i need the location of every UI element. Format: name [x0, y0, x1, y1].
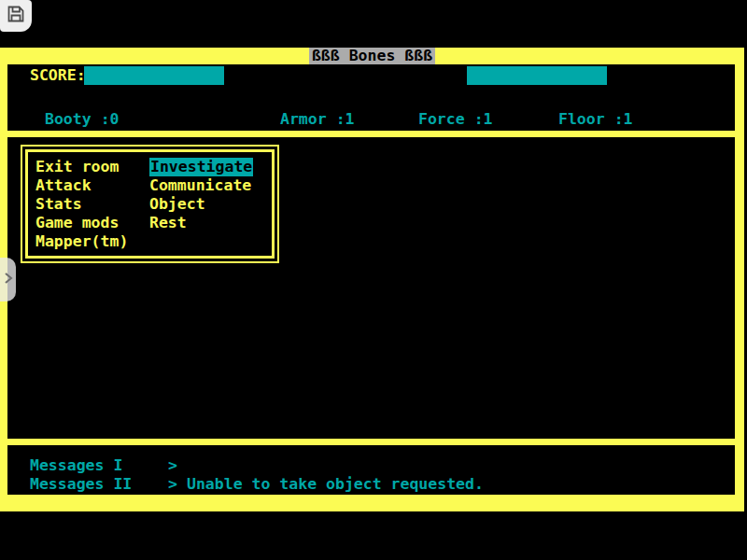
score-label: SCORE: [30, 66, 86, 85]
stat-floor: Floor :1 [558, 110, 633, 129]
menu-item-communicate[interactable]: Communicate [149, 176, 251, 195]
stat-force-value: :1 [474, 110, 493, 129]
stat-floor-value: :1 [614, 110, 633, 129]
messages-1-label: Messages I [30, 456, 122, 475]
life-force-bar: Life Force :100 [467, 66, 607, 85]
menu-item-game-mods[interactable]: Game mods [35, 214, 119, 232]
menu-item-attack[interactable]: Attack [35, 176, 92, 195]
frame-border-bottom [0, 495, 744, 511]
life-force-value: Life Force :100 [504, 85, 643, 103]
score-value: 0 [207, 85, 217, 103]
stat-armor: Armor :1 [280, 110, 355, 129]
game-title-bar: ßßß Bones ßßß [0, 48, 744, 64]
messages-2-label: Messages II [30, 475, 132, 494]
stat-booty-label: Booty [45, 110, 92, 129]
status-main-divider [0, 131, 744, 137]
floppy-disk-icon [7, 5, 25, 27]
command-menu-right-column: Investigate Communicate Object Rest [149, 158, 253, 232]
stat-armor-value: :1 [336, 110, 355, 129]
command-menu: Exit room Attack Stats Game mods Mapper(… [21, 145, 279, 263]
menu-item-investigate[interactable]: Investigate [149, 158, 253, 176]
command-menu-left-column: Exit room Attack Stats Game mods Mapper(… [35, 158, 128, 251]
screen-root: ßßß Bones ßßß SCORE: 0 Life Force :100 B… [0, 0, 747, 560]
command-menu-inner-border: Exit room Attack Stats Game mods Mapper(… [25, 149, 275, 259]
messages-2-prompt: > [168, 475, 177, 494]
save-button[interactable] [0, 0, 32, 32]
stat-armor-label: Armor [280, 110, 327, 129]
chevron-right-icon [4, 271, 13, 288]
messages-2-text: Unable to take object requested. [187, 475, 484, 494]
menu-item-mapper[interactable]: Mapper(tm) [35, 232, 128, 251]
menu-item-exit-room[interactable]: Exit room [35, 158, 119, 176]
main-messages-divider [0, 439, 744, 445]
frame-border-right [735, 64, 744, 495]
stat-force: Force :1 [418, 110, 493, 129]
stat-booty-value: :0 [101, 110, 120, 129]
menu-item-stats[interactable]: Stats [35, 195, 82, 214]
messages-1-prompt: > [168, 456, 177, 475]
menu-item-rest[interactable]: Rest [149, 214, 187, 232]
stat-force-label: Force [418, 110, 465, 129]
score-bar: 0 [84, 66, 224, 85]
sidebar-toggle-handle[interactable] [0, 258, 16, 301]
stat-floor-label: Floor [558, 110, 605, 129]
menu-item-object[interactable]: Object [149, 195, 205, 214]
stat-booty: Booty :0 [45, 110, 120, 129]
game-title: ßßß Bones ßßß [309, 48, 435, 64]
